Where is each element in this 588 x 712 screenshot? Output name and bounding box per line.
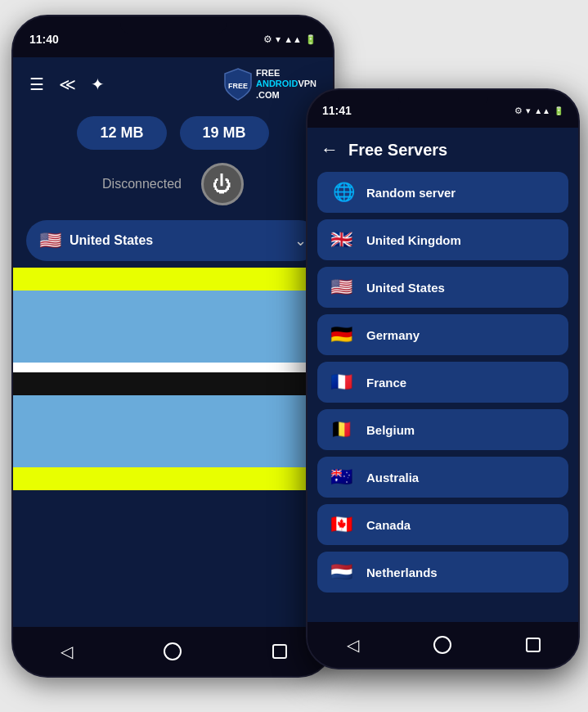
server-list-item[interactable]: 🇳🇱Netherlands: [317, 552, 568, 593]
server-list-item[interactable]: 🇧🇪Belgium: [317, 409, 568, 450]
phone2-back-icon: ◁: [347, 635, 359, 655]
server-name-label: United States: [366, 281, 445, 295]
phone2-back-nav[interactable]: ◁: [338, 630, 367, 660]
phone2-home-nav[interactable]: [428, 630, 457, 660]
download-stat: 12 MB: [77, 116, 166, 150]
phone2-home-icon: [433, 636, 451, 654]
server-list-title: Free Servers: [348, 141, 447, 160]
server-name-label: Belgium: [366, 423, 415, 437]
country-selector[interactable]: 🇺🇸 United States ⌄: [26, 220, 320, 261]
phone1-content: ☰ ≪ ✦ FREE FREE ANDROIDVPN .COM: [13, 57, 333, 627]
server-flag-icon: 🇩🇪: [330, 324, 357, 345]
stats-row: 12 MB 19 MB: [13, 108, 333, 158]
back-nav-button[interactable]: ◁: [52, 637, 81, 666]
brand-android: ANDROID: [256, 79, 298, 88]
phone2-status-icons: ⚙ ▾ ▲▲ 🔋: [514, 106, 563, 116]
power-icon: ⏻: [213, 173, 232, 196]
brand-logo: FREE FREE ANDROIDVPN .COM: [223, 67, 316, 101]
phone1: 11:40 ⚙ ▾ ▲▲ 🔋 ☰ ≪ ✦ FREE: [11, 15, 334, 678]
phone2-battery-icon: 🔋: [554, 106, 563, 115]
home-nav-button[interactable]: [158, 637, 187, 666]
phone1-time: 11:40: [29, 33, 59, 46]
server-flag-icon: 🇦🇺: [330, 466, 357, 488]
flag-stripe-yellow-bottom: [13, 467, 333, 490]
share-icon[interactable]: ≪: [59, 74, 76, 94]
brand-line1: FREE: [256, 68, 316, 79]
server-name-label: Random server: [366, 186, 456, 200]
phone1-toolbar: ☰ ≪ ✦ FREE FREE ANDROIDVPN .COM: [13, 57, 333, 108]
power-button[interactable]: ⏻: [201, 163, 244, 205]
settings-icon: ⚙: [263, 34, 272, 45]
recents-nav-button[interactable]: [265, 637, 294, 666]
phone2-notch: [398, 90, 488, 106]
battery-icon: 🔋: [305, 34, 316, 45]
server-name-label: France: [366, 376, 406, 390]
server-list-item[interactable]: 🇩🇪Germany: [317, 314, 568, 355]
flag-stripe-yellow-top: [13, 268, 333, 291]
phone2-signal-icon: ▲▲: [534, 106, 550, 115]
wifi-icon: ▾: [276, 34, 281, 45]
server-list-item[interactable]: 🌐Random server: [317, 172, 568, 213]
server-name-label: Canada: [366, 518, 411, 532]
phone2-recents-icon: [526, 638, 541, 652]
phone2-time: 11:41: [322, 104, 352, 117]
star-icon[interactable]: ✦: [91, 74, 105, 94]
flag-stripe-blue-bottom: [13, 395, 333, 467]
server-flag-icon: 🇫🇷: [330, 372, 357, 393]
server-list-item[interactable]: 🇨🇦Canada: [317, 504, 568, 545]
phone1-status-icons: ⚙ ▾ ▲▲ 🔋: [263, 34, 316, 45]
connection-row: Disconnected ⏻: [13, 158, 333, 214]
server-list-item[interactable]: 🇫🇷France: [317, 362, 568, 403]
server-flag-icon: 🇳🇱: [330, 561, 357, 583]
toolbar-left-icons: ☰ ≪ ✦: [29, 74, 105, 94]
phone2-recents-nav[interactable]: [518, 630, 548, 660]
back-button[interactable]: ←: [321, 139, 339, 160]
home-nav-icon: [164, 642, 182, 660]
phone2-settings-icon: ⚙: [514, 106, 523, 116]
country-name: United States: [70, 233, 294, 248]
recents-nav-icon: [272, 644, 287, 659]
phone2: 11:41 ⚙ ▾ ▲▲ 🔋 ← Free Servers 🌐Random se…: [306, 88, 580, 669]
phone1-nav-bar: ◁: [13, 627, 333, 676]
upload-stat: 19 MB: [180, 116, 269, 150]
shield-logo-icon: FREE: [223, 67, 253, 101]
signal-icon: ▲▲: [284, 34, 302, 44]
flag-stripe-black: [13, 372, 333, 395]
scene: 11:40 ⚙ ▾ ▲▲ 🔋 ☰ ≪ ✦ FREE: [0, 0, 588, 712]
server-flag-icon: 🌐: [330, 182, 357, 203]
menu-icon[interactable]: ☰: [29, 74, 44, 94]
server-name-label: Germany: [366, 328, 420, 342]
server-name-label: United Kingdom: [366, 233, 461, 247]
phone1-notch: [120, 16, 227, 34]
brand-line2: ANDROIDVPN: [256, 79, 316, 89]
connection-status: Disconnected: [102, 177, 182, 192]
country-flag: 🇺🇸: [39, 230, 61, 251]
chevron-down-icon: ⌄: [294, 232, 307, 250]
server-flag-icon: 🇬🇧: [330, 229, 357, 250]
svg-text:FREE: FREE: [228, 82, 248, 90]
server-name-label: Netherlands: [366, 566, 438, 579]
server-list-item[interactable]: 🇺🇸United States: [317, 267, 568, 308]
back-nav-icon: ◁: [61, 642, 73, 661]
server-list-item[interactable]: 🇬🇧United Kingdom: [317, 219, 568, 260]
phone2-wifi-icon: ▾: [526, 106, 531, 116]
server-flag-icon: 🇺🇸: [330, 277, 357, 298]
phone2-content: ← Free Servers 🌐Random server🇬🇧United Ki…: [307, 128, 578, 622]
server-name-label: Australia: [366, 471, 419, 484]
server-list-item[interactable]: 🇦🇺Australia: [317, 457, 568, 498]
phone2-header: ← Free Servers: [307, 128, 578, 169]
phone2-nav-bar: ◁: [307, 622, 578, 668]
flag-stripe-blue-top: [13, 291, 333, 363]
flag-stripe-white: [13, 363, 333, 372]
server-list: 🌐Random server🇬🇧United Kingdom🇺🇸United S…: [307, 169, 578, 622]
flag-display: [13, 268, 333, 627]
server-flag-icon: 🇧🇪: [330, 419, 357, 440]
server-flag-icon: 🇨🇦: [330, 514, 357, 535]
